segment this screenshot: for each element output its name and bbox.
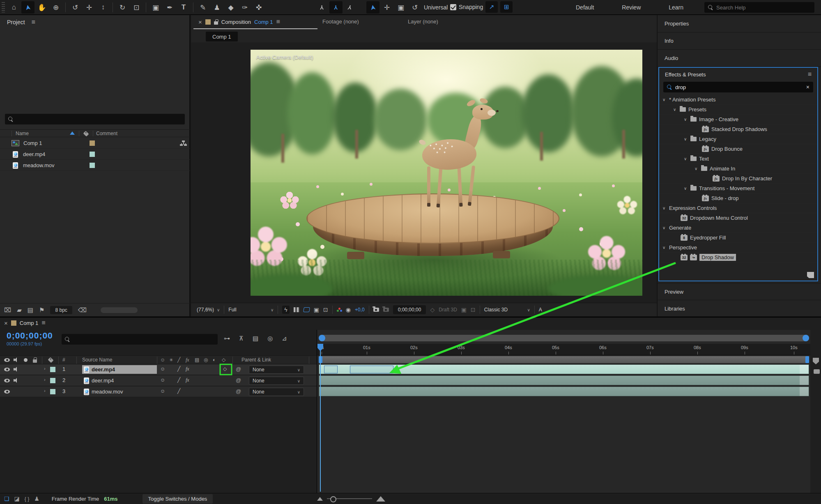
shy-switch[interactable]: [160, 388, 165, 394]
home-icon[interactable]: [7, 1, 21, 14]
transform-select-icon[interactable]: [366, 1, 379, 14]
column-source-name[interactable]: Source Name: [82, 357, 112, 363]
effects-switch[interactable]: [186, 366, 189, 372]
composition-viewport[interactable]: Active Camera (Default): [251, 50, 642, 296]
chevron-down-icon[interactable]: ∨: [684, 186, 688, 191]
comp-subtab[interactable]: Comp 1: [206, 32, 238, 41]
orbit-camera-tool-icon[interactable]: [69, 1, 82, 14]
effects-column-icon[interactable]: [186, 357, 189, 363]
chevron-down-icon[interactable]: ∨: [662, 97, 667, 102]
layer-row-1[interactable]: › 1 deer.mp4 @ None∨: [0, 364, 317, 375]
project-item-name[interactable]: Comp 1: [23, 140, 42, 146]
color-depth-button[interactable]: 8 bpc: [50, 306, 72, 314]
shy-layers-icon[interactable]: [34, 495, 39, 502]
parent-pickwhip-icon[interactable]: @: [236, 366, 241, 372]
layer-source-name[interactable]: deer.mp4: [82, 365, 157, 374]
tree-item-presets[interactable]: ∨ Presets: [659, 105, 817, 115]
renderer-dropdown[interactable]: Classic 3D∨: [484, 307, 530, 313]
label-color-swatch[interactable]: [90, 152, 95, 157]
type-tool-icon[interactable]: [177, 1, 190, 14]
chevron-down-icon[interactable]: ∨: [684, 117, 688, 122]
toggle-switches-modes-button[interactable]: Toggle Switches / Modes: [143, 494, 213, 504]
delete-icon[interactable]: [78, 306, 87, 314]
channel-icon[interactable]: [337, 308, 342, 312]
project-item-name[interactable]: deer.mp4: [23, 151, 45, 157]
project-search-box[interactable]: [5, 114, 185, 124]
transform-rotate-icon[interactable]: [408, 1, 421, 14]
time-navigator[interactable]: [319, 335, 809, 341]
close-icon[interactable]: [4, 320, 8, 327]
draft-3d-icon[interactable]: [430, 306, 435, 313]
timeline-search-box[interactable]: [62, 334, 218, 345]
rotation-tool-icon[interactable]: [116, 1, 129, 14]
in-out-brackets-icon[interactable]: [25, 495, 29, 502]
libraries-panel-header[interactable]: Libraries: [658, 300, 821, 318]
shape-tool-icon[interactable]: [149, 1, 162, 14]
3d-view-icon[interactable]: [471, 306, 476, 313]
draft-3d-label[interactable]: Draft 3D: [439, 307, 457, 313]
comp-marker-bin-icon[interactable]: [813, 358, 819, 364]
new-composition-icon[interactable]: [28, 306, 33, 314]
motion-blur-icon[interactable]: [267, 335, 273, 342]
chevron-down-icon[interactable]: ∨: [684, 137, 688, 141]
layer-label-swatch[interactable]: [50, 367, 55, 372]
roto-brush-tool-icon[interactable]: [238, 1, 251, 14]
current-timecode[interactable]: 0;00;00;00: [7, 331, 53, 341]
panel-menu-icon[interactable]: [276, 18, 280, 25]
layer-3-bar[interactable]: [319, 387, 809, 396]
zoom-in-icon[interactable]: [376, 496, 385, 502]
snap-to-features-icon[interactable]: [500, 1, 513, 13]
draft-3d-toggle-icon[interactable]: [239, 335, 244, 342]
effects-search-box[interactable]: ×: [663, 82, 813, 92]
eraser-tool-icon[interactable]: [224, 1, 237, 14]
fast-previews-icon[interactable]: [282, 306, 289, 314]
solo-column-icon[interactable]: [24, 358, 28, 362]
project-item-deer-mp4[interactable]: deer.mp4: [0, 149, 190, 160]
zoom-tool-icon[interactable]: [49, 1, 62, 14]
unlock-icon[interactable]: [214, 21, 218, 25]
chevron-down-icon[interactable]: ∨: [662, 226, 667, 230]
panel-menu-icon[interactable]: [808, 71, 812, 78]
guides-grid-options-icon[interactable]: [323, 306, 328, 313]
tree-item-generate[interactable]: ∨ Generate: [659, 223, 817, 233]
frame-blending-icon[interactable]: [253, 335, 258, 342]
panel-menu-icon[interactable]: [32, 18, 35, 26]
tree-item-eyedropper-fill[interactable]: Eyedropper Fill: [659, 233, 817, 243]
close-icon[interactable]: [198, 18, 202, 25]
transparency-grid-icon[interactable]: [294, 307, 299, 312]
speaker-icon[interactable]: [14, 367, 19, 372]
workspace-tab-review[interactable]: Review: [608, 4, 655, 11]
tree-item-slide-drop[interactable]: Slide - drop: [659, 193, 817, 203]
eye-icon[interactable]: [4, 379, 10, 382]
composition-tab[interactable]: Composition Comp 1: [196, 15, 283, 28]
dolly-camera-tool-icon[interactable]: [97, 1, 110, 14]
interpret-footage-icon[interactable]: [4, 306, 11, 314]
expand-chevron-icon[interactable]: ›: [44, 377, 46, 382]
shy-switch[interactable]: [160, 377, 165, 383]
search-help-box[interactable]: [704, 2, 814, 13]
preview-timecode[interactable]: 0;00;00;00: [393, 305, 426, 314]
parent-link-dropdown[interactable]: None∨: [249, 377, 304, 385]
proxy-icon[interactable]: [39, 306, 44, 314]
pen-tool-icon[interactable]: [163, 1, 176, 14]
project-item-comp1[interactable]: Comp 1: [0, 138, 190, 149]
parent-pickwhip-icon[interactable]: @: [236, 388, 241, 394]
quality-switch[interactable]: [177, 377, 180, 383]
sort-ascending-icon[interactable]: [70, 131, 75, 135]
footage-tab[interactable]: Footage (none): [322, 18, 359, 25]
horizontal-scrollbar[interactable]: [101, 307, 138, 313]
tree-item-image-creative[interactable]: ∨ Image - Creative: [659, 115, 817, 124]
effects-search-input[interactable]: [675, 84, 798, 90]
3d-ground-plane-icon[interactable]: [461, 306, 467, 313]
adjustment-column-icon[interactable]: [213, 357, 216, 363]
graph-editor-icon[interactable]: [282, 335, 287, 342]
world-axis-mode-icon[interactable]: [329, 1, 343, 14]
clone-stamp-tool-icon[interactable]: [210, 1, 223, 14]
tree-item-dropdown-menu-control[interactable]: Dropdown Menu Control: [659, 213, 817, 223]
clear-search-icon[interactable]: ×: [806, 84, 810, 90]
column-name[interactable]: Name: [16, 131, 29, 136]
lock-column-icon[interactable]: [33, 359, 37, 363]
timeline-graph-area[interactable]: 0s 01s 02s 03s 04s 05s 06s 07s 08s 09s 1…: [317, 330, 810, 494]
snapping-checkbox[interactable]: [450, 4, 456, 10]
time-ruler[interactable]: 0s 01s 02s 03s 04s 05s 06s 07s 08s 09s 1…: [317, 344, 811, 355]
